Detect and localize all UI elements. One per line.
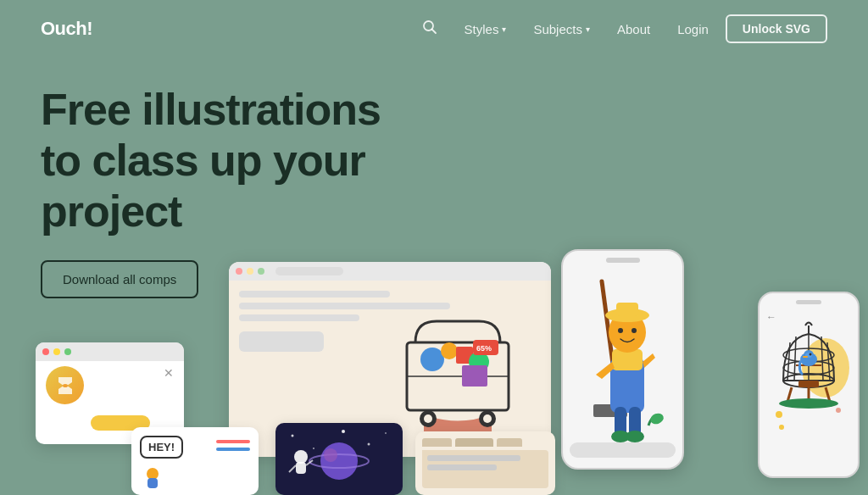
svg-point-3 <box>420 425 496 446</box>
small-character <box>140 465 165 491</box>
svg-point-12 <box>469 352 489 372</box>
svg-point-23 <box>618 328 623 333</box>
chevron-down-icon: ▾ <box>502 25 506 34</box>
svg-point-24 <box>632 328 637 333</box>
dot-green <box>64 348 71 355</box>
svg-point-61 <box>320 442 358 480</box>
card-bottom-right <box>415 431 555 495</box>
hourglass-circle <box>46 366 84 404</box>
svg-point-38 <box>783 374 834 387</box>
folder-content <box>422 450 548 488</box>
download-all-comps-button[interactable]: Download all comps <box>41 260 198 298</box>
svg-point-37 <box>783 361 834 375</box>
hourglass-illustration <box>46 366 88 409</box>
svg-point-2 <box>63 384 68 387</box>
nav-about[interactable]: About <box>617 22 650 36</box>
yellow-pill <box>91 415 150 431</box>
nav-subjects-label: Subjects <box>533 22 582 36</box>
site-logo[interactable]: Ouch! <box>41 18 92 40</box>
svg-rect-11 <box>456 347 473 364</box>
svg-point-64 <box>294 450 308 464</box>
svg-point-21 <box>605 309 649 322</box>
hero-section: Free illustrations to class up your proj… <box>0 58 868 298</box>
nav-styles[interactable]: Styles ▾ <box>465 22 507 36</box>
svg-text:65%: 65% <box>476 344 492 353</box>
svg-rect-13 <box>462 365 487 387</box>
svg-line-40 <box>787 387 792 402</box>
svg-line-31 <box>787 342 790 381</box>
nav-about-label: About <box>617 22 650 36</box>
tab-1 <box>422 438 452 447</box>
svg-point-10 <box>441 342 458 359</box>
svg-rect-26 <box>629 407 641 437</box>
svg-point-7 <box>479 410 496 427</box>
svg-point-43 <box>779 398 838 409</box>
svg-point-52 <box>836 408 841 413</box>
svg-point-46 <box>804 350 814 360</box>
svg-rect-25 <box>615 407 626 437</box>
svg-line-66 <box>289 465 296 472</box>
back-arrow: ← <box>760 308 858 326</box>
dot-red <box>42 348 49 355</box>
sk-btn <box>239 331 324 352</box>
svg-rect-65 <box>296 462 306 474</box>
svg-point-28 <box>626 431 644 442</box>
squiggle-1 <box>216 440 250 443</box>
svg-point-9 <box>420 348 444 371</box>
folder-tabs <box>422 438 548 447</box>
unlock-svg-button[interactable]: Unlock SVG <box>726 14 827 43</box>
svg-point-5 <box>420 410 437 427</box>
sk-2 <box>239 303 450 309</box>
tab-2 <box>455 438 493 447</box>
phone-right-notch <box>796 300 821 304</box>
svg-point-30 <box>802 338 849 398</box>
hey-bubble: HEY! <box>140 436 183 459</box>
card-space <box>275 423 403 495</box>
svg-point-59 <box>385 432 387 434</box>
svg-line-34 <box>821 336 823 381</box>
card-hey: HEY! <box>131 427 259 495</box>
tab-3 <box>497 438 522 447</box>
svg-point-58 <box>368 443 370 446</box>
nav-styles-label: Styles <box>465 22 499 36</box>
search-icon[interactable] <box>422 19 437 39</box>
nav-links: Styles ▾ Subjects ▾ About <box>422 19 651 39</box>
hey-card-inner: HEY! <box>131 427 259 495</box>
svg-rect-4 <box>407 342 509 410</box>
card-titlebar <box>36 342 184 361</box>
nav-actions: Login Unlock SVG <box>677 14 827 43</box>
svg-point-53 <box>147 468 159 480</box>
squiggle-2 <box>216 448 250 451</box>
svg-point-63 <box>324 448 337 462</box>
sk-3 <box>239 314 359 321</box>
svg-point-62 <box>309 454 369 468</box>
phone-bottom-bar <box>570 442 676 458</box>
svg-rect-19 <box>612 349 643 370</box>
svg-rect-14 <box>473 340 498 355</box>
card-phone-birdcage: ← <box>758 292 860 478</box>
login-button[interactable]: Login <box>677 22 709 36</box>
dot-yellow <box>53 348 60 355</box>
svg-point-29 <box>648 411 665 425</box>
card-browser-hourglass: ✕ <box>36 342 184 444</box>
file-line-2 <box>427 464 497 470</box>
svg-rect-17 <box>593 404 627 417</box>
hey-lines <box>216 440 250 451</box>
svg-point-8 <box>483 414 492 423</box>
svg-line-67 <box>306 460 313 465</box>
svg-point-57 <box>342 430 345 433</box>
cart-illustration: 65% <box>373 304 542 448</box>
nav-subjects[interactable]: Subjects ▾ <box>533 22 590 36</box>
svg-point-6 <box>424 414 432 423</box>
close-icon: ✕ <box>164 366 174 380</box>
svg-line-42 <box>826 387 830 402</box>
svg-point-56 <box>313 448 314 449</box>
svg-point-50 <box>776 411 782 418</box>
svg-rect-22 <box>616 303 638 316</box>
svg-line-32 <box>794 336 796 381</box>
svg-point-60 <box>326 464 327 466</box>
svg-point-36 <box>783 348 834 362</box>
navbar: Ouch! Styles ▾ Subjects ▾ About Login Un… <box>0 0 868 58</box>
svg-rect-18 <box>610 358 644 413</box>
svg-point-48 <box>810 353 812 356</box>
